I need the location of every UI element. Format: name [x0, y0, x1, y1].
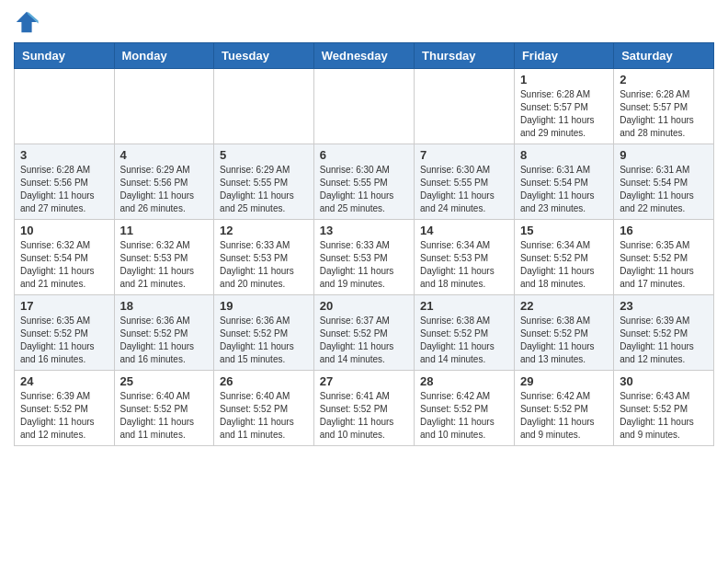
day-info: Sunrise: 6:28 AM Sunset: 5:56 PM Dayligh…: [20, 164, 108, 215]
week-row-4: 24Sunrise: 6:39 AM Sunset: 5:52 PM Dayli…: [15, 371, 714, 446]
calendar-cell: 4Sunrise: 6:29 AM Sunset: 5:56 PM Daylig…: [114, 144, 214, 220]
day-number: 3: [20, 148, 108, 162]
calendar-header-row: SundayMondayTuesdayWednesdayThursdayFrid…: [15, 43, 714, 69]
day-number: 14: [420, 224, 508, 237]
calendar-cell: 15Sunrise: 6:34 AM Sunset: 5:52 PM Dayli…: [514, 220, 613, 295]
header-sunday: Sunday: [15, 43, 115, 69]
day-info: Sunrise: 6:28 AM Sunset: 5:57 PM Dayligh…: [620, 88, 708, 140]
day-number: 17: [20, 299, 108, 313]
day-info: Sunrise: 6:38 AM Sunset: 5:52 PM Dayligh…: [420, 315, 508, 366]
calendar-cell: 10Sunrise: 6:32 AM Sunset: 5:54 PM Dayli…: [15, 220, 115, 295]
header-monday: Monday: [114, 43, 214, 69]
day-info: Sunrise: 6:39 AM Sunset: 5:52 PM Dayligh…: [20, 390, 108, 442]
calendar-cell: 17Sunrise: 6:35 AM Sunset: 5:52 PM Dayli…: [15, 295, 115, 371]
header-friday: Friday: [514, 43, 613, 69]
day-number: 10: [20, 224, 108, 237]
day-number: 1: [520, 73, 608, 86]
logo-icon: [14, 9, 40, 35]
header-thursday: Thursday: [415, 43, 515, 69]
day-info: Sunrise: 6:34 AM Sunset: 5:52 PM Dayligh…: [520, 239, 608, 291]
calendar-cell: [114, 69, 214, 144]
calendar-cell: 27Sunrise: 6:41 AM Sunset: 5:52 PM Dayli…: [313, 371, 414, 446]
day-number: 12: [220, 224, 308, 237]
day-info: Sunrise: 6:30 AM Sunset: 5:55 PM Dayligh…: [320, 164, 408, 215]
header-wednesday: Wednesday: [313, 43, 414, 69]
calendar-cell: 7Sunrise: 6:30 AM Sunset: 5:55 PM Daylig…: [415, 144, 515, 220]
day-info: Sunrise: 6:37 AM Sunset: 5:52 PM Dayligh…: [320, 315, 408, 366]
calendar-cell: 8Sunrise: 6:31 AM Sunset: 5:54 PM Daylig…: [514, 144, 613, 220]
calendar-cell: 2Sunrise: 6:28 AM Sunset: 5:57 PM Daylig…: [614, 69, 714, 144]
calendar-cell: 23Sunrise: 6:39 AM Sunset: 5:52 PM Dayli…: [614, 295, 714, 371]
day-number: 6: [320, 148, 408, 162]
day-number: 30: [620, 374, 708, 388]
day-info: Sunrise: 6:38 AM Sunset: 5:52 PM Dayligh…: [520, 315, 608, 366]
day-info: Sunrise: 6:36 AM Sunset: 5:52 PM Dayligh…: [120, 315, 209, 366]
calendar-cell: 19Sunrise: 6:36 AM Sunset: 5:52 PM Dayli…: [214, 295, 314, 371]
day-number: 28: [420, 374, 508, 388]
calendar-cell: 3Sunrise: 6:28 AM Sunset: 5:56 PM Daylig…: [15, 144, 115, 220]
day-info: Sunrise: 6:28 AM Sunset: 5:57 PM Dayligh…: [520, 88, 608, 140]
calendar-cell: [313, 69, 414, 144]
day-info: Sunrise: 6:43 AM Sunset: 5:52 PM Dayligh…: [620, 390, 708, 442]
calendar-cell: 11Sunrise: 6:32 AM Sunset: 5:53 PM Dayli…: [114, 220, 214, 295]
day-number: 2: [620, 73, 708, 86]
day-info: Sunrise: 6:40 AM Sunset: 5:52 PM Dayligh…: [120, 390, 209, 442]
calendar-cell: [15, 69, 115, 144]
day-number: 22: [520, 299, 608, 313]
day-number: 11: [120, 224, 209, 237]
day-number: 27: [320, 374, 408, 388]
day-info: Sunrise: 6:31 AM Sunset: 5:54 PM Dayligh…: [620, 164, 708, 215]
calendar-cell: 12Sunrise: 6:33 AM Sunset: 5:53 PM Dayli…: [214, 220, 314, 295]
week-row-1: 3Sunrise: 6:28 AM Sunset: 5:56 PM Daylig…: [15, 144, 714, 220]
day-info: Sunrise: 6:29 AM Sunset: 5:56 PM Dayligh…: [120, 164, 209, 215]
day-number: 20: [320, 299, 408, 313]
day-number: 4: [120, 148, 209, 162]
calendar-cell: 5Sunrise: 6:29 AM Sunset: 5:55 PM Daylig…: [214, 144, 314, 220]
day-number: 29: [520, 374, 608, 388]
day-info: Sunrise: 6:42 AM Sunset: 5:52 PM Dayligh…: [520, 390, 608, 442]
calendar-cell: 16Sunrise: 6:35 AM Sunset: 5:52 PM Dayli…: [614, 220, 714, 295]
day-info: Sunrise: 6:40 AM Sunset: 5:52 PM Dayligh…: [220, 390, 308, 442]
day-info: Sunrise: 6:33 AM Sunset: 5:53 PM Dayligh…: [320, 239, 408, 291]
calendar-cell: 25Sunrise: 6:40 AM Sunset: 5:52 PM Dayli…: [114, 371, 214, 446]
calendar-cell: 14Sunrise: 6:34 AM Sunset: 5:53 PM Dayli…: [415, 220, 515, 295]
calendar-cell: 22Sunrise: 6:38 AM Sunset: 5:52 PM Dayli…: [514, 295, 613, 371]
day-number: 8: [520, 148, 608, 162]
day-number: 15: [520, 224, 608, 237]
calendar-cell: 30Sunrise: 6:43 AM Sunset: 5:52 PM Dayli…: [614, 371, 714, 446]
day-number: 5: [220, 148, 308, 162]
day-number: 25: [120, 374, 209, 388]
day-number: 9: [620, 148, 708, 162]
week-row-2: 10Sunrise: 6:32 AM Sunset: 5:54 PM Dayli…: [15, 220, 714, 295]
calendar-cell: 20Sunrise: 6:37 AM Sunset: 5:52 PM Dayli…: [313, 295, 414, 371]
day-number: 19: [220, 299, 308, 313]
calendar-cell: 9Sunrise: 6:31 AM Sunset: 5:54 PM Daylig…: [614, 144, 714, 220]
week-row-3: 17Sunrise: 6:35 AM Sunset: 5:52 PM Dayli…: [15, 295, 714, 371]
day-info: Sunrise: 6:36 AM Sunset: 5:52 PM Dayligh…: [220, 315, 308, 366]
calendar-cell: 26Sunrise: 6:40 AM Sunset: 5:52 PM Dayli…: [214, 371, 314, 446]
header-tuesday: Tuesday: [214, 43, 314, 69]
day-info: Sunrise: 6:31 AM Sunset: 5:54 PM Dayligh…: [520, 164, 608, 215]
logo[interactable]: [14, 9, 41, 35]
calendar-cell: 6Sunrise: 6:30 AM Sunset: 5:55 PM Daylig…: [313, 144, 414, 220]
calendar-cell: [415, 69, 515, 144]
day-number: 26: [220, 374, 308, 388]
calendar-cell: 28Sunrise: 6:42 AM Sunset: 5:52 PM Dayli…: [415, 371, 515, 446]
svg-marker-1: [17, 12, 37, 32]
page-header: [14, 9, 714, 35]
day-number: 7: [420, 148, 508, 162]
day-info: Sunrise: 6:30 AM Sunset: 5:55 PM Dayligh…: [420, 164, 508, 215]
calendar-cell: 18Sunrise: 6:36 AM Sunset: 5:52 PM Dayli…: [114, 295, 214, 371]
day-info: Sunrise: 6:42 AM Sunset: 5:52 PM Dayligh…: [420, 390, 508, 442]
day-info: Sunrise: 6:29 AM Sunset: 5:55 PM Dayligh…: [220, 164, 308, 215]
day-info: Sunrise: 6:34 AM Sunset: 5:53 PM Dayligh…: [420, 239, 508, 291]
day-number: 23: [620, 299, 708, 313]
day-number: 16: [620, 224, 708, 237]
header-saturday: Saturday: [614, 43, 714, 69]
calendar-cell: 1Sunrise: 6:28 AM Sunset: 5:57 PM Daylig…: [514, 69, 613, 144]
calendar-cell: 13Sunrise: 6:33 AM Sunset: 5:53 PM Dayli…: [313, 220, 414, 295]
day-number: 21: [420, 299, 508, 313]
day-info: Sunrise: 6:33 AM Sunset: 5:53 PM Dayligh…: [220, 239, 308, 291]
day-info: Sunrise: 6:41 AM Sunset: 5:52 PM Dayligh…: [320, 390, 408, 442]
calendar-cell: 21Sunrise: 6:38 AM Sunset: 5:52 PM Dayli…: [415, 295, 515, 371]
